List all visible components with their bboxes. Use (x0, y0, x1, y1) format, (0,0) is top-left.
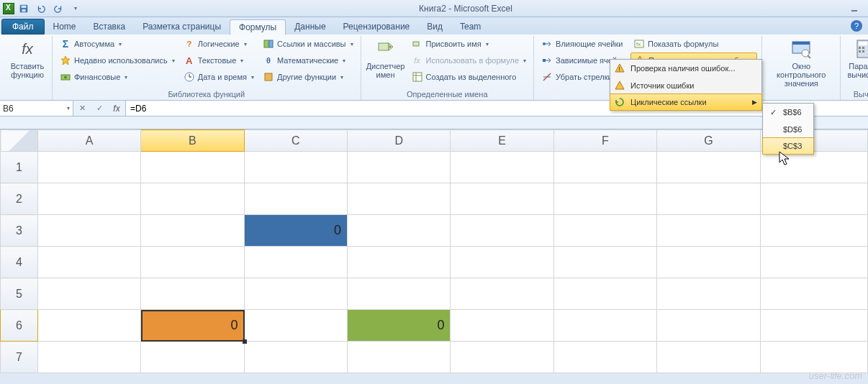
redo-button[interactable] (50, 1, 66, 16)
row-header-4[interactable]: 4 (1, 247, 38, 278)
math-button[interactable]: θМатематические▾ (260, 52, 356, 68)
file-tab[interactable]: Файл (1, 19, 45, 35)
fx-icon[interactable]: fx (108, 104, 125, 114)
col-header-F[interactable]: F (553, 130, 656, 152)
undo-button[interactable] (33, 1, 49, 16)
svg-rect-38 (862, 50, 864, 52)
question-icon: ? (184, 38, 195, 50)
qat-customize-button[interactable]: ▾ (68, 1, 83, 16)
excel-icon (3, 3, 14, 14)
minimize-button[interactable] (845, 3, 864, 14)
svg-rect-10 (264, 40, 268, 47)
tab-pagelayout[interactable]: Разметка страницы (134, 19, 230, 35)
svg-line-32 (808, 55, 810, 58)
more-functions-button[interactable]: Другие функции▾ (260, 69, 356, 85)
cell-B6[interactable]: 0 (141, 310, 244, 342)
lookup-button[interactable]: Ссылки и массивы▾ (260, 36, 356, 52)
tab-data[interactable]: Данные (286, 19, 334, 35)
col-header-E[interactable]: E (451, 130, 553, 152)
help-icon[interactable]: ? (851, 20, 862, 32)
name-box[interactable]: B6 ▾ (0, 101, 73, 116)
circular-ref-item-0[interactable]: ✓$B$6 (763, 104, 813, 121)
save-button[interactable] (16, 1, 32, 16)
svg-rect-21 (543, 59, 546, 62)
tab-view[interactable]: Вид (418, 19, 451, 35)
financial-button[interactable]: Финансовые▾ (57, 69, 178, 85)
quick-access-toolbar: ▾ (0, 1, 86, 16)
svg-rect-34 (859, 42, 867, 45)
cancel-icon[interactable]: ✕ (73, 104, 91, 113)
col-header-A[interactable]: A (37, 130, 140, 152)
svg-rect-1 (22, 5, 27, 8)
insert-function-button[interactable]: fx Вставить функцию (7, 36, 48, 79)
dropdown-icon: ▾ (67, 105, 70, 111)
tag-icon (374, 37, 397, 60)
logical-button[interactable]: ?Логические▾ (181, 36, 257, 52)
cell-C3[interactable]: 0 (244, 215, 347, 247)
book-icon (263, 71, 274, 83)
ribbon-tabs: Файл Home Вставка Разметка страницы Форм… (0, 17, 868, 35)
row-header-2[interactable]: 2 (1, 183, 38, 215)
show-formulas-icon: fx (633, 38, 645, 50)
row-header-6[interactable]: 6 (1, 310, 38, 342)
menu-circular-refs[interactable]: Циклические ссылки ▶ (610, 93, 762, 111)
enter-icon[interactable]: ✓ (91, 104, 108, 113)
circular-ref-item-1[interactable]: $D$6 (763, 121, 813, 138)
svg-text:!: ! (619, 65, 621, 73)
star-icon (60, 55, 71, 66)
worksheet-grid[interactable]: A B C D E F G 1 2 30 4 5 600 7 (0, 129, 868, 373)
spacer-strip (0, 116, 868, 129)
clock-icon (184, 71, 195, 83)
use-in-formula-button: fxИспользовать в формуле▾ (409, 52, 530, 68)
trace-precedents-button[interactable]: Влияющие ячейки (538, 36, 628, 52)
tab-home[interactable]: Home (45, 19, 85, 35)
autosum-button[interactable]: ΣАвтосумма▾ (57, 36, 178, 52)
circular-icon (613, 96, 626, 109)
row-header-3[interactable]: 3 (1, 215, 38, 247)
precedents-icon (541, 38, 553, 50)
group-watch: Окно контрольногозначения (761, 36, 841, 100)
remove-arrows-icon (541, 71, 553, 83)
select-all-corner[interactable] (1, 130, 38, 152)
recent-button[interactable]: Недавно использовались▾ (57, 52, 178, 68)
svg-rect-11 (269, 40, 273, 47)
tab-formulas[interactable]: Формулы (230, 19, 286, 35)
col-header-D[interactable]: D (348, 130, 451, 152)
row-header-7[interactable]: 7 (1, 342, 38, 373)
warning-arrow-icon (613, 79, 626, 92)
fill-handle[interactable] (243, 339, 247, 344)
calculator-icon (851, 37, 868, 60)
col-header-B[interactable]: B (141, 130, 244, 152)
svg-marker-41 (615, 81, 624, 89)
menu-trace-error[interactable]: Источник ошибки (610, 77, 761, 94)
calc-options-button[interactable]: Парамевычисле (845, 36, 868, 79)
show-formulas-button[interactable]: fxПоказать формулы (630, 36, 757, 52)
watch-window-button[interactable]: Окно контрольногозначения (767, 36, 836, 88)
svg-rect-12 (265, 73, 272, 81)
circular-refs-submenu: ✓$B$6 $D$6 $C$3 (762, 103, 814, 155)
svg-marker-4 (61, 56, 70, 65)
datetime-button[interactable]: Дата и время▾ (181, 69, 257, 85)
lookup-icon (263, 38, 274, 50)
row-header-5[interactable]: 5 (1, 278, 38, 310)
col-header-C[interactable]: C (244, 130, 347, 152)
col-header-G[interactable]: G (657, 130, 760, 152)
formula-bar-buttons: ✕ ✓ fx (73, 101, 126, 116)
name-manager-button[interactable]: Диспетчер имен (366, 36, 406, 79)
define-name-button[interactable]: Присвоить имя▾ (409, 36, 530, 52)
group-calculation: Парамевычисле Вычи (841, 36, 868, 100)
text-button[interactable]: AТекстовые▾ (181, 52, 257, 68)
menu-check-errors[interactable]: ! Проверка наличия ошибок... (610, 60, 761, 77)
group-defined-names: Диспетчер имен Присвоить имя▾ fxИспользо… (361, 36, 535, 100)
svg-rect-15 (413, 42, 419, 46)
svg-point-14 (389, 46, 391, 48)
window-title: Книга2 - Microsoft Excel (86, 4, 845, 14)
cell-D6[interactable]: 0 (348, 310, 451, 342)
row-header-1[interactable]: 1 (1, 152, 38, 183)
circular-ref-item-2[interactable]: $C$3 (762, 137, 814, 155)
tab-review[interactable]: Рецензирование (335, 19, 419, 35)
tab-team[interactable]: Team (451, 19, 489, 35)
tab-insert[interactable]: Вставка (85, 19, 135, 35)
create-from-selection-button[interactable]: Создать из выделенного (409, 69, 530, 85)
fx-small-icon: fx (412, 55, 423, 66)
